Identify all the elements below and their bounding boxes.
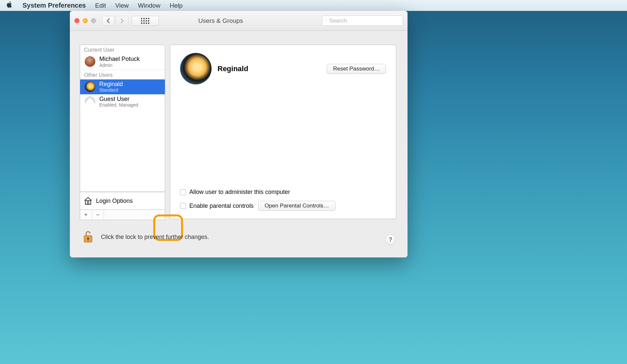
back-button[interactable] [102,16,115,26]
house-icon [83,196,93,205]
menubar: System Preferences Edit View Window Help [0,0,627,11]
allow-admin-label: Allow user to administer this computer [189,189,290,196]
lock-text: Click the lock to prevent further change… [101,234,209,241]
search-field[interactable] [322,16,403,26]
svg-rect-6 [88,239,89,241]
enable-parental-checkbox[interactable] [180,203,186,209]
traffic-lights [74,18,96,23]
menu-window[interactable]: Window [138,2,161,9]
lock-row: Click the lock to prevent further change… [80,229,209,245]
login-options-label: Login Options [96,198,133,205]
sidebar-item-reginald[interactable]: Reginald Standard [80,79,165,94]
window-titlebar: Users & Groups [70,11,408,31]
forward-button[interactable] [116,16,128,26]
unlocked-lock-icon [82,230,94,244]
nav-buttons [102,16,128,26]
search-input[interactable] [329,18,399,24]
user-detail-panel: Reginald Reset Password… Allow user to a… [170,45,396,219]
apple-icon[interactable] [6,1,13,10]
chevron-right-icon [120,19,124,23]
open-parental-controls-button[interactable]: Open Parental Controls… [258,201,335,211]
sidebar-item-guest[interactable]: Guest User Enabled, Managed [80,94,165,109]
user-role-label: Standard [99,87,123,93]
add-user-button[interactable]: + [80,210,92,220]
remove-user-button[interactable]: − [92,210,104,220]
svg-rect-3 [87,202,89,204]
user-name-label: Michael Potuck [99,56,140,63]
zoom-window-button[interactable] [91,18,96,23]
allow-admin-checkbox[interactable] [180,189,186,195]
search-icon [326,18,326,23]
add-remove-bar: + − [80,210,165,220]
user-role-label: Enabled, Managed [99,102,138,108]
sidebar-item-current-user[interactable]: Michael Potuck Admin [80,54,165,69]
enable-parental-label: Enable parental controls [189,203,254,209]
preferences-window: Users & Groups Current User Michael Potu… [70,11,408,257]
avatar [85,81,95,92]
lock-button[interactable] [80,229,96,245]
menu-help[interactable]: Help [169,2,182,9]
minimize-window-button[interactable] [83,18,88,23]
user-name-label: Guest User [99,96,138,103]
menu-view[interactable]: View [115,2,129,9]
login-options-button[interactable]: Login Options [80,192,165,210]
help-button[interactable]: ? [385,235,396,245]
avatar [85,56,95,67]
user-name-label: Reginald [99,81,123,88]
close-window-button[interactable] [74,18,79,23]
app-name-menu[interactable]: System Preferences [23,2,86,9]
current-user-header: Current User [80,45,165,54]
user-avatar-large[interactable] [180,53,212,84]
reset-password-button[interactable]: Reset Password… [327,64,386,74]
detail-username: Reginald [217,65,321,73]
svg-rect-2 [85,201,91,205]
user-role-label: Admin [99,63,140,68]
menu-edit[interactable]: Edit [95,2,106,9]
other-users-header: Other Users [80,70,165,79]
window-title: Users & Groups [122,17,319,24]
chevron-left-icon [106,19,110,23]
avatar [85,96,95,107]
user-list-sidebar: Current User Michael Potuck Admin Other … [80,45,165,192]
